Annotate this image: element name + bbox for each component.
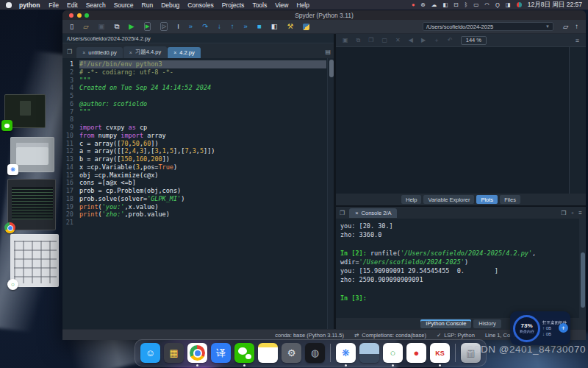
- preferences-wrench-icon[interactable]: ⚒: [287, 23, 294, 30]
- menu-item-view[interactable]: View: [275, 1, 288, 9]
- console-scrollbar-thumb[interactable]: [581, 252, 585, 308]
- remove-all-plots-icon[interactable]: ✕: [395, 37, 401, 43]
- close-tab-icon[interactable]: ×: [82, 50, 85, 55]
- display-icon[interactable]: ⊡: [453, 2, 458, 8]
- remove-plot-icon[interactable]: ▢: [381, 37, 387, 43]
- continue-icon[interactable]: »: [244, 23, 248, 30]
- menu-item-file[interactable]: File: [49, 1, 59, 9]
- screenshot-app-icon[interactable]: [359, 343, 379, 363]
- console-output-area[interactable]: you: [20. 30.]zho: 3360.0 In [2]: runfil…: [336, 219, 586, 318]
- maximize-pane-icon[interactable]: ◧: [271, 23, 278, 30]
- console-env-icon[interactable]: ▫: [571, 210, 573, 216]
- shapes-icon[interactable]: ⊛: [421, 2, 426, 8]
- run-cell-advance-icon[interactable]: ▷: [160, 22, 168, 31]
- copy-plot-icon[interactable]: ❐: [368, 37, 373, 43]
- battery-icon[interactable]: ▭: [473, 2, 478, 8]
- control-center-icon[interactable]: ◨: [506, 2, 511, 8]
- wifi-icon[interactable]: ◠: [484, 2, 490, 8]
- window-layout-icon[interactable]: ◧: [442, 2, 448, 8]
- menu-item-search[interactable]: Search: [86, 1, 106, 9]
- input-method-icon[interactable]: [517, 2, 522, 7]
- minimized-window-wechat[interactable]: [4, 94, 46, 128]
- console-tab-history[interactable]: History: [473, 319, 501, 328]
- browse-directory-button[interactable]: ▱: [563, 23, 568, 30]
- step-into-icon[interactable]: ↓: [218, 23, 221, 30]
- plots-options-icon[interactable]: ≡: [576, 37, 579, 44]
- close-icon[interactable]: ×: [355, 210, 358, 216]
- working-directory-select[interactable]: /Users/scofieldo/2024-2025 ▼: [423, 22, 553, 31]
- settings-icon[interactable]: ⚙: [282, 343, 301, 363]
- menu-item-source[interactable]: Source: [114, 1, 134, 9]
- menu-item-tools[interactable]: Tools: [252, 1, 267, 9]
- add-widget-button[interactable]: +: [559, 323, 568, 333]
- apple-logo-icon[interactable]: [6, 2, 12, 8]
- menu-item-help[interactable]: Help: [297, 1, 309, 9]
- zoom-window-button[interactable]: [85, 13, 89, 18]
- green-ring-app-icon[interactable]: ○: [383, 343, 403, 363]
- editor-scrollbar-thumb[interactable]: [329, 60, 334, 77]
- menu-item-consoles[interactable]: Consoles: [187, 1, 213, 9]
- bluetooth-icon[interactable]: ᛒ: [465, 2, 468, 8]
- screen-record-icon[interactable]: ●: [412, 2, 415, 8]
- plots-zoom-level[interactable]: 144 %: [461, 36, 487, 45]
- menu-item-debug[interactable]: Debug: [161, 1, 179, 9]
- debug-file-icon[interactable]: »: [189, 23, 193, 30]
- console-tab-ipython-console[interactable]: IPython Console: [420, 319, 471, 328]
- menu-item-projects[interactable]: Projects: [222, 1, 245, 9]
- dark-app-icon[interactable]: ◍: [305, 343, 325, 363]
- menu-bar-clock[interactable]: 12月8日 周日 22:57: [528, 1, 582, 10]
- panel-tab-help[interactable]: Help: [401, 195, 421, 204]
- minimized-window-browser[interactable]: [7, 179, 56, 230]
- menu-item-edit[interactable]: Edit: [67, 1, 78, 9]
- editor-scrollbar[interactable]: [327, 58, 334, 329]
- browse-console-tabs-icon[interactable]: ❐: [340, 210, 345, 216]
- search-icon[interactable]: Ϙ: [495, 2, 500, 8]
- run-selection-icon[interactable]: I: [177, 23, 179, 30]
- minimized-window-grid[interactable]: ○: [10, 234, 59, 287]
- stop-icon[interactable]: ■: [257, 23, 262, 30]
- open-file-icon[interactable]: ▱: [83, 23, 88, 30]
- new-file-icon[interactable]: ▯: [70, 23, 74, 30]
- console-tab[interactable]: × Console 2/A: [349, 208, 397, 218]
- editor-options-icon[interactable]: ▤: [325, 49, 331, 55]
- save-all-plots-icon[interactable]: ⧉: [356, 37, 361, 44]
- save-all-icon[interactable]: ⧉: [115, 23, 120, 30]
- save-icon[interactable]: ▣: [98, 23, 105, 30]
- python-path-icon[interactable]: [303, 24, 309, 30]
- cloud-drive-icon[interactable]: ❋: [336, 343, 356, 363]
- plot-thumbnails-strip[interactable]: [570, 47, 586, 194]
- console-scrollbar[interactable]: [579, 219, 586, 318]
- panel-tab-variable-explorer[interactable]: Variable Explorer: [423, 195, 474, 204]
- active-app-name[interactable]: python: [19, 1, 40, 9]
- menu-item-run[interactable]: Run: [142, 1, 154, 9]
- zoom-out-icon[interactable]: ↶: [448, 37, 453, 43]
- chrome-icon[interactable]: [187, 343, 207, 363]
- previous-plot-icon[interactable]: ◀: [409, 37, 413, 43]
- panel-tab-files[interactable]: Files: [500, 195, 520, 204]
- run-cell-icon[interactable]: ▶: [144, 22, 151, 31]
- panel-tab-plots[interactable]: Plots: [476, 195, 498, 204]
- notes-icon[interactable]: [258, 343, 278, 363]
- parent-directory-button[interactable]: ↑: [575, 23, 578, 30]
- close-tab-icon[interactable]: ×: [129, 50, 132, 55]
- close-tab-icon[interactable]: ×: [173, 50, 176, 55]
- run-icon[interactable]: ▶: [129, 23, 134, 30]
- editor-tab-习题4.4.py[interactable]: ×习题4.4.py: [123, 46, 168, 58]
- inspect-icon[interactable]: ❒: [561, 210, 566, 216]
- memory-widget[interactable]: 73% 剩余内存 打开桌面组件 ↑ 0B ↓ 0B +: [510, 311, 570, 345]
- red-app-icon[interactable]: ●: [406, 343, 426, 363]
- step-over-icon[interactable]: ↷: [202, 23, 208, 30]
- console-options-icon[interactable]: ≡: [578, 210, 582, 216]
- window-title-bar[interactable]: Spyder (Python 3.11): [62, 10, 586, 20]
- step-out-icon[interactable]: ↑: [231, 23, 234, 30]
- finder-icon[interactable]: ☺: [140, 343, 160, 363]
- browse-tabs-icon[interactable]: ❐: [67, 49, 72, 55]
- minimized-window-dialog[interactable]: ❋: [10, 137, 54, 172]
- translate-icon[interactable]: 译: [211, 343, 231, 363]
- close-window-button[interactable]: [69, 13, 74, 18]
- minimize-window-button[interactable]: [77, 13, 82, 18]
- launchpad-icon[interactable]: ▦: [164, 343, 184, 363]
- editor-tab-untitled0.py[interactable]: ×untitled0.py: [76, 47, 122, 58]
- code-area[interactable]: 123456789101112131415161718192021 #!/usr…: [62, 58, 334, 329]
- zoom-in-icon[interactable]: ＋: [434, 36, 440, 44]
